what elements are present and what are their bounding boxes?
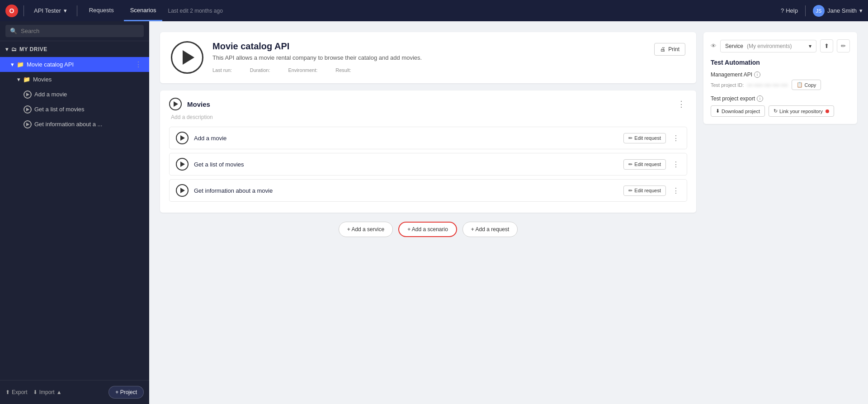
search-icon: 🔍 — [10, 28, 17, 34]
service-chevron-icon: ▾ — [809, 43, 811, 49]
service-label: Service — [725, 43, 743, 49]
edit-icon-0: ✏ — [628, 135, 632, 141]
service-selector[interactable]: Service (My environments) ▾ — [720, 40, 816, 52]
request-name-0: Add a movie — [194, 135, 618, 142]
sidebar-item-get-info[interactable]: Get information about a ... ⋮ — [0, 117, 149, 132]
add-scenario-button[interactable]: + Add a scenario — [398, 222, 457, 237]
edit-request-button-2[interactable]: ✏ Edit request — [623, 185, 666, 196]
add-request-label: + Add a request — [471, 226, 509, 233]
copy-button[interactable]: 📋 Copy — [792, 80, 821, 90]
request-name-2: Get information about a movie — [194, 187, 618, 194]
api-info: Movie catalog API This API allows a movi… — [212, 41, 645, 74]
link-repo-label: Link your repository — [779, 109, 823, 114]
sidebar-item-label-movies: Movies — [33, 76, 52, 83]
sidebar-item-label-get-list: Get a list of movies — [34, 106, 85, 113]
download-project-button[interactable]: ⬇ Download project — [711, 105, 765, 117]
request-more-button-0[interactable]: ⋮ — [671, 134, 680, 143]
sidebar-item-movie-catalog[interactable]: ▾ 📁 Movie catalog API ⋮ — [0, 57, 149, 72]
eye-icon: 👁 — [711, 43, 717, 49]
request-more-button-2[interactable]: ⋮ — [671, 186, 680, 195]
sidebar-item-add-movie[interactable]: Add a movie ⋮ — [0, 87, 149, 102]
edit-request-button-0[interactable]: ✏ Edit request — [623, 133, 666, 143]
right-panel: 👁 Service (My environments) ▾ ⬆ ✏ Test A… — [703, 32, 857, 124]
play-triangle-lg — [183, 50, 194, 65]
test-automation-title: Test Automation — [711, 59, 850, 66]
last-edit-label: Last edit 2 months ago — [168, 8, 222, 14]
api-title: Movie catalog API — [212, 41, 645, 52]
app-icon: O — [5, 5, 18, 17]
test-project-id-row: Test project ID: ••• ••••• •••• •••• •••… — [711, 80, 850, 90]
dot-badge — [826, 109, 829, 113]
request-run-button-2[interactable] — [176, 184, 189, 197]
request-row-1: Get a list of movies ✏ Edit request ⋮ — [169, 153, 687, 176]
folder-icon-movies: 📁 — [23, 76, 30, 83]
scenario-run-button[interactable] — [169, 98, 182, 110]
help-button[interactable]: ? Help — [781, 7, 798, 14]
add-scenario-label: + Add a scenario — [407, 226, 448, 233]
sidebar-item-movies[interactable]: ▾ 📁 Movies ⋮ — [0, 72, 149, 87]
sidebar: 🔍 ▾ 🗂 MY DRIVE ⋮ ▾ 📁 Movie catalog API ⋮… — [0, 21, 149, 404]
edit-icon-1: ✏ — [628, 162, 632, 167]
duration-item: Duration: — [250, 67, 270, 74]
scenario-card: Movies ⋮ Add a description Add a movie ✏… — [160, 90, 696, 213]
sidebar-item-get-list[interactable]: Get a list of movies ⋮ — [0, 102, 149, 117]
edit-request-button-1[interactable]: ✏ Edit request — [623, 159, 666, 170]
export-button[interactable]: ⬆ Export — [5, 389, 28, 395]
share-button[interactable]: ⬆ — [820, 39, 833, 52]
sidebar-item-label-get-info: Get information about a ... — [34, 121, 102, 128]
request-row-0: Add a movie ✏ Edit request ⋮ — [169, 127, 687, 149]
mgmt-label-text: Management API — [711, 71, 752, 78]
scenario-more-button[interactable]: ⋮ — [675, 99, 687, 109]
nav-item-api-tester[interactable]: API Tester ▾ — [29, 5, 71, 16]
print-button[interactable]: 🖨 Print — [654, 43, 685, 56]
test-export-label: Test project export i — [711, 95, 850, 102]
scenario-header: Movies ⋮ — [169, 98, 687, 110]
request-more-button-1[interactable]: ⋮ — [671, 160, 680, 169]
main-content: Movie catalog API This API allows a movi… — [149, 21, 868, 404]
scenario-title: Movies — [187, 100, 670, 108]
copy-label: Copy — [805, 82, 816, 88]
request-play-triangle-1 — [180, 162, 185, 167]
bottom-actions: + Add a service + Add a scenario + Add a… — [160, 222, 696, 237]
top-nav: O API Tester ▾ Requests Scenarios Last e… — [0, 0, 868, 21]
result-item: Result: — [335, 67, 351, 74]
mgmt-info-icon[interactable]: i — [754, 71, 760, 78]
import-icon: ⬇ — [33, 389, 38, 395]
search-input-wrap[interactable]: 🔍 — [5, 25, 144, 37]
add-request-button[interactable]: + Add a request — [462, 222, 518, 237]
add-service-button[interactable]: + Add a service — [339, 222, 393, 237]
request-play-triangle-0 — [180, 135, 185, 141]
request-run-button-1[interactable] — [176, 158, 189, 171]
search-input[interactable] — [21, 28, 139, 34]
add-service-label: + Add a service — [347, 226, 384, 233]
result-label: Result: — [335, 67, 351, 73]
share-icon: ⬆ — [824, 43, 829, 49]
api-run-button[interactable] — [171, 41, 203, 74]
api-description: This API allows a movie rental company t… — [212, 54, 645, 61]
request-name-1: Get a list of movies — [194, 161, 618, 168]
link-repository-button[interactable]: ↻ Link your repository — [769, 105, 834, 117]
download-label: Download project — [722, 109, 760, 114]
user-name: Jane Smith — [827, 7, 857, 14]
scenario-play-triangle — [174, 101, 178, 107]
layout: 🔍 ▾ 🗂 MY DRIVE ⋮ ▾ 📁 Movie catalog API ⋮… — [0, 21, 868, 404]
edit-button[interactable]: ✏ — [837, 39, 850, 52]
new-project-button[interactable]: + Project — [108, 386, 144, 399]
test-project-id-label: Test project ID: — [711, 82, 744, 88]
tab-requests[interactable]: Requests — [83, 0, 120, 21]
drive-icon: 🗂 — [11, 46, 17, 52]
download-icon: ⬇ — [716, 108, 720, 114]
import-button[interactable]: ⬇ Import ▲ — [33, 389, 62, 395]
export-info-icon[interactable]: i — [757, 95, 763, 102]
request-run-button-0[interactable] — [176, 132, 189, 144]
user-menu[interactable]: JS Jane Smith ▾ — [813, 5, 863, 17]
sidebar-drive[interactable]: ▾ 🗂 MY DRIVE ⋮ — [0, 41, 149, 57]
add-description[interactable]: Add a description — [169, 114, 687, 120]
print-icon: 🖨 — [660, 46, 665, 52]
sidebar-more-icon[interactable]: ⋮ — [133, 60, 144, 69]
play-icon-1 — [24, 90, 32, 99]
tab-scenarios[interactable]: Scenarios — [124, 0, 163, 21]
nav-divider-1 — [24, 5, 24, 16]
duration-label: Duration: — [250, 67, 270, 73]
service-row: 👁 Service (My environments) ▾ ⬆ ✏ — [711, 39, 850, 52]
